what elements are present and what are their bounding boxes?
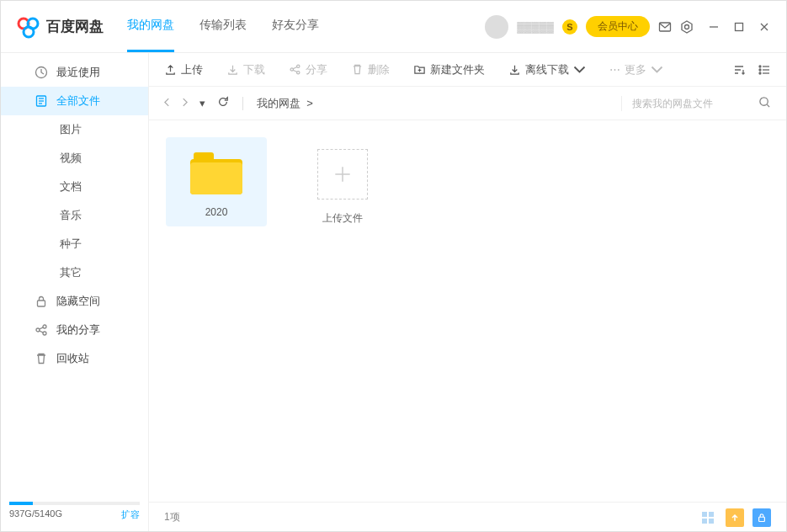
avatar[interactable] (485, 15, 508, 39)
upload-button[interactable]: 上传 (164, 62, 203, 77)
svg-rect-36 (702, 519, 707, 524)
nav-back-button[interactable] (164, 97, 170, 109)
sidebar-item-label: 我的分享 (56, 322, 100, 338)
svg-point-5 (685, 24, 689, 29)
tab-transfers[interactable]: 传输列表 (199, 1, 247, 52)
maximize-button[interactable] (732, 20, 746, 34)
svg-line-22 (293, 67, 297, 69)
tab-my-drive[interactable]: 我的网盘 (127, 1, 174, 52)
close-button[interactable] (758, 20, 771, 34)
svg-point-2 (24, 27, 34, 37)
s-badge-icon: S (562, 19, 577, 35)
file-grid: 2020 上传文件 (149, 120, 786, 502)
svg-point-25 (759, 69, 761, 71)
new-folder-button[interactable]: 新建文件夹 (413, 62, 485, 77)
sidebar-item-videos[interactable]: 视频 (1, 144, 148, 173)
sidebar-item-music[interactable]: 音乐 (1, 201, 148, 230)
app-header: 百度网盘 我的网盘 传输列表 好友分享 ▓▓▓▓▓ S 会员中心 (1, 1, 786, 53)
svg-rect-13 (38, 301, 45, 306)
sidebar-item-all-files[interactable]: 全部文件 (1, 87, 148, 115)
svg-rect-38 (759, 517, 765, 521)
sidebar-item-other[interactable]: 其它 (1, 258, 148, 287)
plus-icon (317, 149, 368, 200)
file-label: 2020 (166, 206, 267, 218)
storage-meter: 937G/5140G 扩容 (1, 502, 148, 532)
toolbar: 上传 下载 分享 删除 新建文件夹 离线下载 (149, 53, 786, 87)
folder-item[interactable]: 2020 (166, 137, 267, 226)
svg-point-20 (297, 65, 300, 67)
chevron-down-icon (573, 63, 586, 76)
svg-line-23 (293, 70, 297, 72)
svg-line-18 (40, 331, 44, 332)
storage-text: 937G/5140G (9, 508, 62, 521)
svg-point-16 (43, 332, 46, 335)
safe-icon[interactable] (752, 508, 771, 527)
grid-view-icon[interactable] (699, 508, 717, 527)
svg-rect-7 (736, 23, 743, 30)
file-icon (35, 94, 48, 108)
list-view-icon[interactable] (758, 63, 771, 77)
header-right: ▓▓▓▓▓ S 会员中心 (485, 15, 771, 39)
search-icon[interactable] (758, 96, 771, 111)
sidebar-item-label: 全部文件 (56, 93, 100, 109)
svg-point-14 (36, 328, 40, 332)
nav-forward-button[interactable] (182, 97, 188, 109)
download-button[interactable]: 下载 (226, 62, 265, 77)
offline-download-button[interactable]: 离线下载 (508, 62, 586, 77)
svg-rect-37 (709, 519, 714, 524)
svg-point-19 (290, 68, 293, 71)
tab-friend-share[interactable]: 好友分享 (272, 1, 319, 52)
item-count: 1项 (164, 510, 180, 524)
expand-storage-link[interactable]: 扩容 (121, 508, 140, 521)
logo-icon (16, 14, 41, 40)
svg-point-15 (43, 325, 46, 328)
clock-icon (35, 66, 48, 79)
more-button[interactable]: ⋯ 更多 (609, 62, 663, 77)
sidebar-item-label: 最近使用 (56, 65, 100, 80)
sidebar-item-trash[interactable]: 回收站 (1, 344, 148, 373)
sidebar-item-label: 隐藏空间 (56, 294, 100, 309)
upload-tile-label: 上传文件 (292, 211, 393, 226)
upload-status-icon[interactable] (726, 508, 744, 527)
svg-line-31 (767, 104, 769, 107)
sidebar-item-torrents[interactable]: 种子 (1, 230, 148, 258)
sidebar: 最近使用 全部文件 图片 视频 文档 音乐 种子 其它 隐藏空间 我的分享 回收 (1, 53, 149, 532)
upload-tile[interactable]: 上传文件 (292, 137, 393, 234)
minimize-button[interactable] (707, 20, 721, 34)
mail-icon[interactable] (658, 20, 672, 34)
status-bar: 1项 (149, 502, 786, 532)
chevron-down-icon (651, 63, 663, 76)
breadcrumb[interactable]: 我的网盘 > (257, 96, 313, 111)
refresh-button[interactable] (217, 96, 229, 110)
svg-point-30 (760, 97, 768, 104)
trash-icon (35, 352, 48, 365)
settings-icon[interactable] (680, 20, 694, 34)
sidebar-item-hidden[interactable]: 隐藏空间 (1, 287, 148, 316)
sidebar-item-images[interactable]: 图片 (1, 115, 148, 144)
sidebar-item-recent[interactable]: 最近使用 (1, 58, 148, 87)
app-name: 百度网盘 (46, 17, 104, 36)
sidebar-item-docs[interactable]: 文档 (1, 173, 148, 201)
nav-history-dropdown[interactable]: ▾ (199, 97, 205, 109)
search-input[interactable] (632, 98, 750, 109)
lock-icon (35, 295, 48, 308)
svg-point-24 (759, 66, 761, 67)
svg-marker-4 (682, 21, 692, 33)
vip-button[interactable]: 会员中心 (586, 16, 650, 37)
sidebar-item-my-share[interactable]: 我的分享 (1, 316, 148, 344)
main-panel: 上传 下载 分享 删除 新建文件夹 离线下载 (148, 53, 786, 532)
logo: 百度网盘 (16, 14, 104, 40)
sidebar-item-label: 回收站 (56, 351, 89, 366)
share-button[interactable]: 分享 (289, 62, 327, 77)
delete-button[interactable]: 删除 (351, 62, 390, 77)
username: ▓▓▓▓▓ (517, 21, 554, 33)
svg-point-26 (759, 72, 761, 74)
svg-rect-34 (702, 512, 707, 517)
svg-point-21 (297, 72, 300, 74)
svg-rect-35 (709, 512, 714, 517)
sort-icon[interactable] (732, 63, 746, 77)
folder-icon (190, 152, 242, 194)
svg-line-17 (40, 327, 44, 329)
share-icon (35, 323, 48, 337)
main-tabs: 我的网盘 传输列表 好友分享 (127, 1, 319, 52)
